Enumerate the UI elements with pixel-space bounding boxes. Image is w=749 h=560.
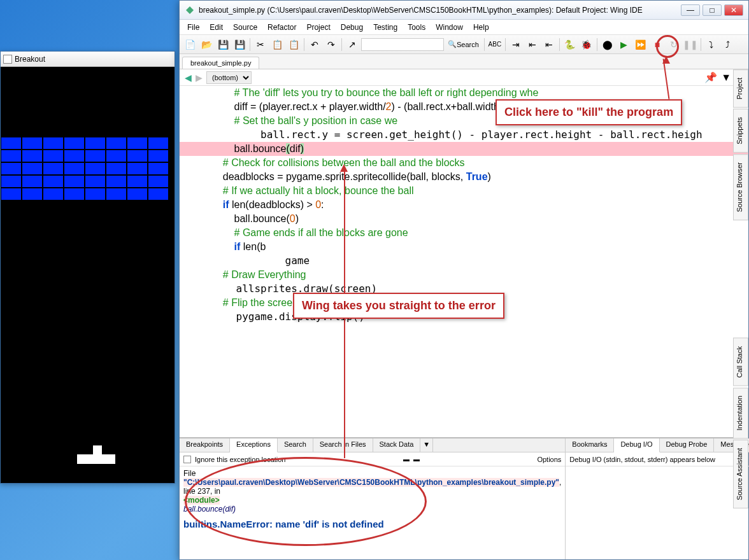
brick-row (1, 188, 169, 200)
menu-edit[interactable]: Edit (204, 22, 228, 33)
outdent-icon[interactable]: ⇤ (525, 37, 540, 52)
nav-forward-icon[interactable]: ▶ (196, 73, 203, 83)
menu-debug[interactable]: Debug (336, 22, 368, 33)
menu-testing[interactable]: Testing (368, 22, 403, 33)
maximize-button[interactable]: □ (703, 4, 722, 16)
side-tab-call-stack[interactable]: Call Stack (733, 338, 748, 386)
exception-error-text: builtins.NameError: name 'dif' is not de… (183, 519, 561, 529)
minimize-button[interactable]: — (681, 4, 700, 16)
dedent-icon[interactable]: ⇤ (541, 37, 557, 52)
exceptions-panel: Breakpoints Exceptions Search Search in … (180, 438, 566, 559)
close-button[interactable]: ✕ (724, 4, 743, 16)
open-folder-icon[interactable]: 📂 (199, 37, 214, 52)
side-tab-indentation[interactable]: Indentation (733, 388, 748, 438)
ignore-exception-checkbox[interactable] (183, 456, 191, 463)
tab-breakpoints[interactable]: Breakpoints (180, 438, 230, 452)
debug-io-panel: Bookmarks Debug I/O Debug Probe Messages… (566, 438, 749, 559)
menu-help[interactable]: Help (468, 22, 494, 33)
tab-search-in-files[interactable]: Search in Files (313, 438, 373, 452)
debug-icon[interactable]: 🐞 (579, 37, 594, 52)
scope-select[interactable]: (bottom) (206, 71, 252, 84)
ide-titlebar[interactable]: breakout_simple.py (C:\Users\paul.craven… (180, 1, 748, 20)
error-arrow-head-icon (340, 164, 348, 172)
side-tab-snippets[interactable]: Snippets (733, 109, 748, 153)
side-tab-source-assistant[interactable]: Source Assistant (733, 440, 748, 508)
tab-search[interactable]: Search (278, 438, 313, 452)
save-all-icon[interactable]: 💾 (232, 37, 247, 52)
pause-icon[interactable]: ❚❚ (683, 37, 698, 52)
stop-icon[interactable]: ■ (650, 37, 665, 52)
breakout-canvas (1, 67, 175, 483)
continue-icon[interactable]: ⏩ (633, 37, 648, 52)
error-callout: Wing takes you straight to the error (293, 293, 504, 319)
copy-icon[interactable]: 📋 (269, 37, 285, 52)
chevron-down-icon[interactable]: ▼ (721, 72, 731, 83)
bottom-panels: Breakpoints Exceptions Search Search in … (180, 437, 748, 559)
editor-tab[interactable]: breakout_simple.py (182, 57, 259, 69)
paste-icon[interactable]: 📋 (286, 37, 301, 52)
python-icon[interactable]: 🐍 (562, 37, 578, 52)
tab-debug-probe[interactable]: Debug Probe (660, 438, 715, 452)
breakout-window: Breakout (0, 51, 175, 484)
save-icon[interactable]: 💾 (215, 37, 231, 52)
menu-window[interactable]: Window (431, 22, 468, 33)
toolbar: 📄 📂 💾 💾 ✂ 📋 📋 ↶ ↷ ↗ 🔍 Search ABC ⇥ ⇤ ⇤ 🐍… (180, 35, 748, 54)
tab-more-icon[interactable]: ▼ (420, 438, 433, 452)
debug-io-body[interactable] (566, 466, 749, 559)
code-editor[interactable]: # The 'diff' lets you try to bounce the … (180, 86, 748, 437)
step-icon[interactable]: ⤵ (704, 37, 719, 52)
panel-icon2[interactable]: ▬ (413, 456, 420, 463)
step2-icon[interactable]: ⤴ (720, 37, 736, 52)
goto-icon[interactable]: ↗ (345, 37, 360, 52)
tab-bookmarks[interactable]: Bookmarks (566, 438, 614, 452)
menu-source[interactable]: Source (228, 22, 262, 33)
exception-body[interactable]: File "C:\Users\paul.craven\Desktop\WebSe… (180, 466, 565, 559)
breakout-title: Breakout (15, 55, 45, 64)
abc-check-icon[interactable]: ABC (487, 37, 503, 52)
nav-back-icon[interactable]: ◀ (185, 73, 192, 83)
brick-row (1, 162, 169, 175)
editor-navbar: ◀ ▶ (bottom) 📌 ▼ ✕ (180, 69, 748, 86)
breakout-app-icon (3, 55, 12, 64)
ide-window: breakout_simple.py (C:\Users\paul.craven… (179, 0, 749, 560)
tab-stack-data[interactable]: Stack Data (373, 438, 421, 452)
side-tab-source-browser[interactable]: Source Browser (733, 154, 748, 220)
breakout-ball (93, 445, 102, 454)
menu-file[interactable]: File (182, 22, 204, 33)
kill-arrow-head-icon (662, 56, 670, 64)
indent-icon[interactable]: ⇥ (508, 37, 524, 52)
options-link[interactable]: Options (537, 456, 561, 463)
menubar: File Edit Source Refactor Project Debug … (180, 20, 748, 35)
wing-app-icon (185, 5, 195, 15)
menu-project[interactable]: Project (301, 22, 335, 33)
new-file-icon[interactable]: 📄 (182, 37, 197, 52)
side-tab-project[interactable]: Project (733, 69, 748, 108)
menu-refactor[interactable]: Refactor (262, 22, 301, 33)
menu-tools[interactable]: Tools (403, 22, 431, 33)
ide-title: breakout_simple.py (C:\Users\paul.craven… (199, 6, 681, 15)
cut-icon[interactable]: ✂ (253, 37, 268, 52)
search-icon[interactable]: 🔍 Search (445, 37, 481, 52)
panel-icon[interactable]: ▬ (403, 456, 410, 463)
redo-icon[interactable]: ↷ (324, 37, 339, 52)
debug-io-label: Debug I/O (stdin, stdout, stderr) appear… (569, 456, 715, 463)
ignore-exception-label: Ignore this exception location (195, 456, 285, 463)
tab-debug-io[interactable]: Debug I/O (614, 438, 659, 452)
tab-exceptions[interactable]: Exceptions (230, 438, 278, 452)
search-input[interactable] (361, 38, 444, 51)
brick-row (1, 150, 169, 162)
kill-callout: Click here to "kill" the program (496, 99, 682, 125)
breakout-titlebar[interactable]: Breakout (1, 52, 175, 67)
undo-icon[interactable]: ↶ (307, 37, 322, 52)
run-icon[interactable]: ▶ (617, 37, 632, 52)
breakpoint-icon[interactable]: ⬤ (600, 37, 615, 52)
pin-icon[interactable]: 📌 (704, 71, 717, 83)
brick-row (1, 175, 169, 188)
restart-icon[interactable]: ↻ (666, 37, 681, 52)
brick-row (1, 137, 169, 150)
breakout-paddle (77, 454, 115, 464)
